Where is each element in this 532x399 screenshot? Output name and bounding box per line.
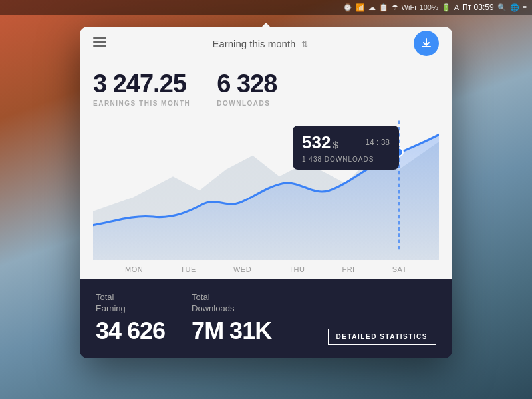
menubar-umbrella-icon: ☂ xyxy=(392,3,398,12)
menubar-time: Пт 03:59 xyxy=(462,3,493,12)
hamburger-button[interactable] xyxy=(93,37,106,49)
bottom-stats-row: TotalEarning 34 626 TotalDownloads 7M 31… xyxy=(96,292,436,345)
menubar-items: ⌚ 📶 ☁ 📋 ☂ WiFi 100% 🔋 A Пт 03:59 🔍 🌐 ≡ xyxy=(343,3,527,12)
menubar-cloud-icon: ☁ xyxy=(368,3,376,12)
menubar-menu-icon[interactable]: ≡ xyxy=(523,3,527,11)
total-earning-value: 34 626 xyxy=(96,317,165,345)
download-icon xyxy=(420,37,432,49)
tooltip-top: 532$ 14 : 38 xyxy=(302,132,390,153)
menubar-wifi2-icon: WiFi xyxy=(402,3,416,11)
downloads-stat: 6 328 DOWNLOADS xyxy=(217,70,277,107)
menubar-search-icon[interactable]: 🔍 xyxy=(497,3,507,12)
chart-area: 532$ 14 : 38 1 438 DOWNLOADS xyxy=(93,114,439,260)
detailed-statistics-button[interactable]: DETAILED STATISTICS xyxy=(328,329,436,345)
menubar-battery-text: 100% xyxy=(420,3,438,11)
day-fri: FRI xyxy=(342,265,354,273)
day-wed: WED xyxy=(233,265,251,273)
svg-rect-0 xyxy=(93,37,106,39)
menubar-watch-icon: ⌚ xyxy=(343,3,352,12)
downloads-label: DOWNLOADS xyxy=(217,100,277,107)
widget-top-section: Earning this month ⇅ 3 247.25 EARNINGS T… xyxy=(80,27,452,279)
total-earning-label: TotalEarning xyxy=(96,292,165,315)
downloads-value: 6 328 xyxy=(217,70,277,98)
earnings-widget: Earning this month ⇅ 3 247.25 EARNINGS T… xyxy=(80,27,452,358)
total-downloads-block: TotalDownloads 7M 31K xyxy=(192,292,271,345)
menubar-battery-icon: 🔋 xyxy=(442,3,451,12)
widget-arrow xyxy=(259,23,273,29)
menubar-wifi-icon: 📶 xyxy=(356,3,365,12)
total-downloads-label: TotalDownloads xyxy=(192,292,271,315)
widget-bottom-section: TotalEarning 34 626 TotalDownloads 7M 31… xyxy=(80,279,452,358)
menubar-clipboard-icon: 📋 xyxy=(379,3,388,12)
total-downloads-value: 7M 31K xyxy=(192,317,271,345)
menubar: ⌚ 📶 ☁ 📋 ☂ WiFi 100% 🔋 A Пт 03:59 🔍 🌐 ≡ xyxy=(0,0,532,15)
earnings-stat: 3 247.25 EARNINGS THIS MONTH xyxy=(93,70,190,107)
earnings-label: EARNINGS THIS MONTH xyxy=(93,100,190,107)
day-mon: MON xyxy=(125,265,143,273)
menubar-world-icon: 🌐 xyxy=(510,3,519,12)
header-title: Earning this month ⇅ xyxy=(212,38,307,49)
svg-rect-2 xyxy=(93,45,106,47)
svg-rect-1 xyxy=(93,41,106,43)
day-sat: SAT xyxy=(392,265,407,273)
earnings-value: 3 247.25 xyxy=(93,70,190,98)
day-thu: THU xyxy=(289,265,305,273)
tooltip-price-value: 532$ xyxy=(302,132,338,153)
stats-row: 3 247.25 EARNINGS THIS MONTH 6 328 DOWNL… xyxy=(93,60,439,107)
menubar-keyboard-icon: A xyxy=(454,3,459,11)
tooltip-downloads: 1 438 DOWNLOADS xyxy=(302,156,390,163)
chart-tooltip: 532$ 14 : 38 1 438 DOWNLOADS xyxy=(293,126,399,170)
widget-header: Earning this month ⇅ xyxy=(93,27,439,60)
tooltip-time: 14 : 38 xyxy=(365,138,390,147)
chevron-icon: ⇅ xyxy=(301,40,308,49)
download-button[interactable] xyxy=(414,31,439,56)
day-tue: TUE xyxy=(180,265,196,273)
day-labels: MON TUE WED THU FRI SAT xyxy=(93,260,439,279)
total-earning-block: TotalEarning 34 626 xyxy=(96,292,165,345)
